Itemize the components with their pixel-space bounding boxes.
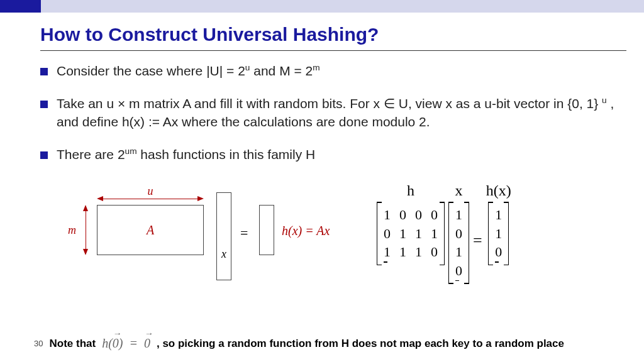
content-area: Consider the case where |U| = 2u and M =… — [0, 51, 644, 285]
m-dimension-arrow: m — [78, 205, 89, 255]
text: hash functions in this family H — [137, 147, 316, 162]
vector-x-block: x 1 0 1 0 — [448, 180, 469, 284]
sup: um — [125, 146, 137, 156]
bullet-icon — [40, 101, 48, 108]
sup: u — [602, 96, 607, 105]
top-bar — [0, 0, 644, 13]
hx-equation: h(x) = Ax — [282, 224, 330, 238]
table-row: 1000 — [384, 206, 438, 224]
table-row: 1110 — [384, 243, 438, 261]
vector-hx: 1 1 0 — [488, 202, 509, 265]
x-label: x — [221, 247, 226, 260]
table-row: 1 — [455, 243, 462, 261]
bullet-3: There are 2um hash functions in this fam… — [40, 146, 619, 163]
page-number: 30 — [34, 339, 43, 348]
bullet-icon — [40, 68, 48, 75]
matrix-A-box: A — [97, 205, 204, 255]
vector-x: 1 0 1 0 — [448, 202, 469, 284]
text: There are 2 — [57, 147, 125, 162]
bullet-icon — [40, 151, 48, 159]
equals-sign: = — [473, 214, 482, 250]
matrix-h: 1000 0111 1110 — [377, 202, 445, 265]
bullet-1-text: Consider the case where |U| = 2u and M =… — [57, 62, 320, 80]
vector-hx-block: h(x) 1 1 0 — [486, 180, 511, 265]
equals-sign: = — [240, 225, 248, 241]
diagram-numeric-example: h 1000 0111 1110 x 1 0 1 0 = — [377, 180, 511, 284]
footer-note: 30 Note that h(0) = 0 , so picking a ran… — [34, 336, 631, 351]
m-label: m — [68, 224, 76, 237]
figure-row: u m A x = h(x) = Ax h 1000 0 — [40, 178, 619, 285]
diagram-matrix-schematic: u m A x = h(x) = Ax — [59, 178, 336, 285]
top-bar-accent — [0, 0, 41, 13]
hx-header: h(x) — [486, 180, 511, 199]
table-row: 0 — [455, 261, 462, 280]
table-row: 1 — [495, 206, 502, 224]
A-label: A — [147, 223, 154, 238]
math-h0-equals-0: h(0) = 0 — [99, 336, 153, 351]
u-label: u — [148, 185, 153, 198]
slide-title: How to Construct Universal Hashing? — [0, 13, 644, 50]
table-row: 0 — [455, 224, 462, 243]
bullet-3-text: There are 2um hash functions in this fam… — [57, 146, 315, 163]
table-row: 0111 — [384, 224, 438, 243]
u-dimension-arrow: u — [97, 191, 204, 202]
table-row: 1 — [495, 224, 502, 243]
table-row: 1 — [455, 206, 462, 224]
note-text: , so picking a random function from H do… — [157, 337, 564, 350]
table-row: 0 — [495, 243, 502, 261]
bullet-1: Consider the case where |U| = 2u and M =… — [40, 62, 619, 80]
text: Consider the case where |U| = 2 — [57, 63, 245, 78]
note-text: Note that — [49, 337, 96, 350]
x-header: x — [455, 180, 463, 199]
matrix-h-block: h 1000 0111 1110 — [377, 180, 445, 265]
h-header: h — [407, 180, 414, 199]
text: and M = 2 — [250, 63, 313, 78]
sup: m — [313, 63, 319, 72]
text: Take an u × m matrix A and fill it with … — [57, 96, 602, 111]
vector-hx-box — [259, 205, 274, 255]
vector-x-box: x — [216, 192, 231, 280]
bullet-2-text: Take an u × m matrix A and fill it with … — [57, 95, 619, 131]
bullet-2: Take an u × m matrix A and fill it with … — [40, 95, 619, 131]
